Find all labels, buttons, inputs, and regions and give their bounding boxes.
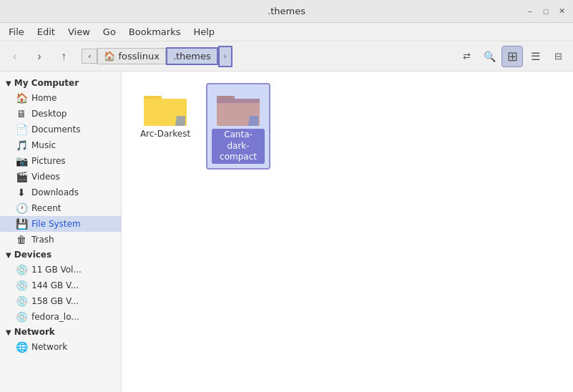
desktop-icon: 🖥 — [16, 108, 27, 119]
sidebar-label-home: Home — [31, 93, 57, 103]
chevron-down-icon: ▼ — [6, 79, 11, 87]
search-button[interactable]: 🔍 — [479, 46, 500, 67]
chevron-down-icon: ▼ — [6, 251, 11, 259]
videos-icon: 🎬 — [16, 171, 27, 182]
folder-icon-arc-darkest — [142, 89, 188, 126]
menu-file[interactable]: File — [3, 25, 30, 39]
file-item-arc-darkest[interactable]: Arc-Darkest — [133, 83, 197, 170]
sidebar-section-label-network: Network — [14, 327, 55, 337]
sidebar-item-trash[interactable]: 🗑Trash — [0, 232, 121, 248]
vol158gb-icon: 💿 — [16, 295, 27, 307]
breadcrumb-home-label: fosslinux — [118, 51, 159, 62]
sidebar-label-desktop: Desktop — [31, 109, 67, 119]
toolbar-right: ⇄ 🔍 ⊞ ☰ ⊟ — [456, 46, 569, 67]
sidebar-label-music: Music — [31, 140, 56, 150]
sidebar-item-network-item[interactable]: 🌐Network — [0, 339, 121, 355]
chevron-down-icon: ▼ — [6, 328, 11, 336]
sidebar-label-network-item: Network — [31, 342, 67, 352]
file-label-arc-darkest: Arc-Darkest — [140, 129, 190, 140]
menu-help[interactable]: Help — [187, 25, 220, 39]
home-icon: 🏠 — [16, 92, 27, 104]
sidebar-label-vol11gb: 11 GB Vol... — [31, 265, 82, 275]
sidebar-item-vol144gb[interactable]: 💿144 GB V... — [0, 278, 121, 293]
pictures-icon: 📷 — [16, 155, 27, 167]
sidebar-item-filesystem[interactable]: 💾File System — [0, 216, 121, 232]
chevron-right-icon: › — [224, 52, 227, 61]
toolbar: ‹ › ↑ ‹ 🏠 fosslinux .themes › ⇄ 🔍 ⊞ ☰ ⊟ — [0, 41, 573, 72]
sidebar-label-pictures: Pictures — [31, 156, 66, 166]
fedora-icon: 💿 — [16, 311, 27, 323]
sidebar-item-pictures[interactable]: 📷Pictures — [0, 153, 121, 169]
compact-view-button[interactable]: ⊟ — [547, 46, 569, 67]
sidebar-item-videos[interactable]: 🎬Videos — [0, 169, 121, 185]
sidebar-label-vol158gb: 158 GB V... — [31, 296, 79, 306]
file-grid: Arc-Darkest Canta-dark-compact — [133, 83, 562, 170]
window-title: .themes — [49, 6, 524, 16]
downloads-icon: ⬇ — [16, 187, 27, 198]
breadcrumb-expand-arrow[interactable]: › — [218, 46, 232, 67]
close-button[interactable]: ✕ — [556, 6, 567, 17]
breadcrumb-current[interactable]: .themes — [166, 47, 218, 65]
menu-bar: FileEditViewGoBookmarksHelp — [0, 23, 573, 41]
menu-go[interactable]: Go — [97, 25, 122, 39]
sidebar-item-desktop[interactable]: 🖥Desktop — [0, 106, 121, 122]
breadcrumb-left-arrow[interactable]: ‹ — [82, 49, 97, 64]
minimize-button[interactable]: − — [524, 6, 536, 17]
documents-icon: 📄 — [16, 124, 27, 135]
sidebar-label-recent: Recent — [31, 203, 61, 213]
menu-view[interactable]: View — [62, 25, 96, 39]
sidebar-label-videos: Videos — [31, 172, 60, 182]
list-view-button[interactable]: ☰ — [524, 46, 546, 67]
forward-button[interactable]: › — [29, 46, 50, 67]
sidebar-label-trash: Trash — [31, 235, 54, 245]
sidebar-label-fedora: fedora_lo... — [31, 312, 79, 322]
sidebar-section-label-my-computer: My Computer — [14, 78, 79, 88]
file-item-canta-dark-compact[interactable]: Canta-dark-compact — [206, 83, 270, 170]
sidebar-section-devices[interactable]: ▼Devices — [0, 248, 121, 262]
breadcrumb-home[interactable]: 🏠 fosslinux — [97, 48, 165, 64]
sidebar-section-label-devices: Devices — [14, 250, 52, 260]
trash-icon: 🗑 — [16, 234, 27, 245]
sidebar-item-recent[interactable]: 🕐Recent — [0, 200, 121, 216]
title-bar: .themes − □ ✕ — [0, 0, 573, 23]
toggle-button[interactable]: ⇄ — [456, 46, 477, 67]
vol144gb-icon: 💿 — [16, 280, 27, 291]
sidebar-label-documents: Documents — [31, 124, 80, 134]
sidebar-item-documents[interactable]: 📄Documents — [0, 122, 121, 137]
main-area: ▼My Computer🏠Home🖥Desktop📄Documents🎵Musi… — [0, 72, 573, 392]
music-icon: 🎵 — [16, 139, 27, 151]
sidebar: ▼My Computer🏠Home🖥Desktop📄Documents🎵Musi… — [0, 72, 122, 392]
sidebar-item-music[interactable]: 🎵Music — [0, 137, 121, 153]
back-button[interactable]: ‹ — [4, 46, 26, 67]
file-label-canta-dark-compact: Canta-dark-compact — [212, 129, 265, 164]
folder-icon-canta-dark-compact — [215, 89, 261, 126]
filesystem-icon: 💾 — [16, 218, 27, 230]
breadcrumb-current-label: .themes — [173, 51, 211, 62]
breadcrumb-bar: ‹ 🏠 fosslinux .themes › — [82, 46, 449, 67]
sidebar-item-home[interactable]: 🏠Home — [0, 90, 121, 106]
sidebar-item-fedora[interactable]: 💿fedora_lo... — [0, 309, 121, 325]
sidebar-item-vol158gb[interactable]: 💿158 GB V... — [0, 293, 121, 309]
sidebar-item-vol11gb[interactable]: 💿11 GB Vol... — [0, 262, 121, 278]
sidebar-label-downloads: Downloads — [31, 187, 79, 197]
menu-bookmarks[interactable]: Bookmarks — [123, 25, 187, 39]
grid-view-button[interactable]: ⊞ — [501, 46, 523, 67]
sidebar-section-my-computer[interactable]: ▼My Computer — [0, 76, 121, 90]
home-icon: 🏠 — [104, 51, 115, 62]
maximize-button[interactable]: □ — [540, 6, 552, 17]
sidebar-label-filesystem: File System — [31, 219, 81, 229]
menu-edit[interactable]: Edit — [31, 25, 61, 39]
sidebar-item-downloads[interactable]: ⬇Downloads — [0, 185, 121, 200]
network-item-icon: 🌐 — [16, 341, 27, 353]
up-button[interactable]: ↑ — [53, 46, 74, 67]
sidebar-label-vol144gb: 144 GB V... — [31, 280, 79, 290]
sidebar-section-network[interactable]: ▼Network — [0, 325, 121, 339]
recent-icon: 🕐 — [16, 202, 27, 214]
content-area[interactable]: Arc-Darkest Canta-dark-compact — [122, 72, 573, 392]
vol11gb-icon: 💿 — [16, 264, 27, 275]
window-controls: − □ ✕ — [524, 6, 567, 17]
